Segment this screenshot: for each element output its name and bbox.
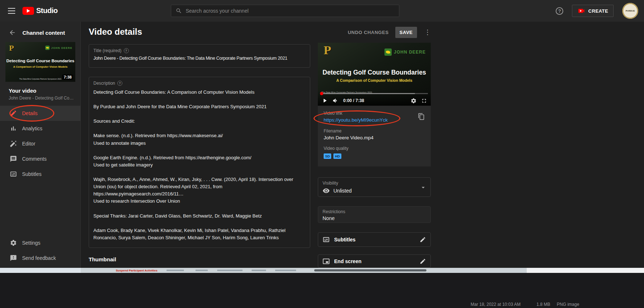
chevron-down-icon[interactable] <box>420 184 427 191</box>
hamburger-menu-icon[interactable] <box>8 8 15 16</box>
video-player[interactable]: P JOHN DEERE Detecting Golf Course Bound… <box>318 43 431 106</box>
video-link[interactable]: https://youtu.be/yMI9ecunYck <box>324 117 388 123</box>
strip-fragment <box>252 270 266 271</box>
video-thumbnail: P JOHN DEERE Detecting Golf Course Bound… <box>5 42 75 82</box>
edit-end-screen-icon[interactable] <box>420 258 426 265</box>
description-paragraph: Adam Cook, Brady Kane, Vivek Khanolkar, … <box>93 227 306 241</box>
back-to-channel-content[interactable]: Channel content <box>0 22 80 41</box>
restrictions-field[interactable]: Restrictions None <box>318 206 431 223</box>
create-button[interactable]: CREATE <box>572 5 614 17</box>
camcorder-icon <box>577 7 585 15</box>
sidebar-item-label: Comments <box>22 156 47 162</box>
player-settings-icon[interactable] <box>411 98 417 104</box>
strip-left-fragment <box>0 268 81 273</box>
visibility-value: Unlisted <box>333 188 352 194</box>
studio-wordmark: Studio <box>36 7 58 15</box>
description-paragraph: By Purdue and John Deere for the Data Mi… <box>93 103 306 110</box>
sidebar-item-analytics[interactable]: Analytics <box>0 121 80 136</box>
sidebar-item-label: Analytics <box>22 126 42 131</box>
title-value[interactable]: John Deere - Detecting Golf Course Bound… <box>93 56 306 61</box>
topbar-right-cluster: ? CREATE PURDUE <box>556 0 638 22</box>
end-screen-card[interactable]: End screen <box>318 254 431 268</box>
play-icon[interactable] <box>321 97 328 104</box>
sidebar-item-settings[interactable]: Settings <box>0 235 80 250</box>
sidebar-item-label: Send feedback <box>22 255 56 261</box>
gear-icon <box>10 239 17 246</box>
video-sidebar: Channel content P JOHN DEERE Detecting G… <box>0 22 81 268</box>
page-title: Video details <box>89 27 142 37</box>
channel-avatar[interactable]: PURDUE <box>622 3 638 19</box>
background-red-text: Suspend Participant Activities <box>116 269 157 272</box>
create-label: CREATE <box>588 8 608 14</box>
description-paragraph: Sources and Credit: <box>93 118 306 125</box>
description-paragraph: Make sense. (n.d.). Retrieved from https… <box>93 132 306 147</box>
end-screen-card-label: End screen <box>334 258 361 264</box>
sidebar-item-send-feedback[interactable]: Send feedback <box>0 250 80 266</box>
sidebar-item-editor[interactable]: Editor <box>0 136 80 151</box>
copy-icon[interactable] <box>418 113 425 120</box>
undo-changes-button[interactable]: UNDO CHANGES <box>348 30 389 35</box>
subtitles-card[interactable]: Subtitles <box>318 232 431 247</box>
video-quality-label: Video quality <box>324 146 425 151</box>
strip-fragment <box>167 270 184 271</box>
sidebar-item-label: Settings <box>22 240 41 246</box>
pencil-icon <box>10 110 17 117</box>
visibility-label: Visibility <box>323 181 426 186</box>
visibility-dropdown[interactable]: Visibility Unlisted <box>318 177 431 197</box>
progress-bar[interactable] <box>321 93 428 94</box>
john-deere-wordmark: JOHN DEERE <box>51 46 72 50</box>
channel-search[interactable] <box>171 5 399 17</box>
horizontal-scrollbar[interactable] <box>314 269 426 271</box>
strip-fragment <box>195 270 208 271</box>
john-deere-logo: JOHN DEERE <box>45 46 72 50</box>
sidebar-item-details[interactable]: Details <box>0 106 80 121</box>
youtube-studio-logo[interactable]: Studio <box>22 7 58 15</box>
description-paragraph: Wajih, Rosebrock, A., Anne, Ahmed, W., K… <box>93 176 306 205</box>
filename-label: Filename <box>324 128 425 134</box>
file-type: PNG image <box>557 302 579 307</box>
description-paragraph: Special Thanks: Jarai Carter, David Glas… <box>93 212 306 220</box>
sidebar-item-comments[interactable]: Comments <box>0 151 80 166</box>
file-date: Mar 18, 2022 at 10:03 AM <box>471 302 521 307</box>
filename-value: John Deere Video.mp4 <box>324 135 425 140</box>
search-input[interactable] <box>186 8 395 14</box>
top-app-bar: Studio ? CREATE PURDUE <box>0 0 644 22</box>
title-label: Title (required) <box>93 48 122 53</box>
help-icon[interactable]: ? <box>556 7 563 15</box>
restrictions-label: Restrictions <box>323 209 426 214</box>
description-value[interactable]: Detecting Golf Course Boundaries: A Comp… <box>93 89 306 241</box>
sidebar-item-subtitles[interactable]: Subtitles <box>0 166 80 182</box>
volume-icon[interactable] <box>332 97 339 104</box>
thumbnail-section-label: Thumbnail <box>89 256 116 262</box>
edit-subtitles-icon[interactable] <box>420 236 426 243</box>
sidebar-item-label: Editor <box>22 141 35 147</box>
deere-emblem-icon <box>45 46 50 50</box>
title-help-icon[interactable]: ? <box>124 48 129 53</box>
strip-fragment <box>217 270 243 271</box>
back-arrow-icon <box>9 29 16 36</box>
subtitles-icon <box>323 236 330 243</box>
title-field[interactable]: Title (required) ? John Deere - Detectin… <box>89 44 310 68</box>
save-button[interactable]: SAVE <box>395 27 417 38</box>
youtube-play-icon <box>22 7 34 15</box>
background-window-strip: Suspend Participant Activities <box>0 268 644 273</box>
subtitles-icon <box>10 170 17 178</box>
description-paragraph: Google Earth Engine. (n.d.). Retrieved f… <box>93 154 306 169</box>
description-paragraph: Detecting Golf Course Boundaries: A Comp… <box>93 89 306 96</box>
time-display: 0:00 / 7:38 <box>343 98 364 103</box>
more-options-icon[interactable]: ⋮ <box>424 28 432 36</box>
description-field[interactable]: Description ? Detecting Golf Course Boun… <box>89 77 310 248</box>
youtube-studio-window: Studio ? CREATE PURDUE Channel content <box>0 0 644 268</box>
channel-content-label: Channel content <box>22 30 65 36</box>
avatar-text: PURDUE <box>626 10 635 12</box>
eye-icon <box>323 187 330 194</box>
restrictions-value: None <box>323 215 426 221</box>
video-link-label: Video link <box>324 111 425 116</box>
sidebar-item-label: Details <box>22 110 38 116</box>
fullscreen-icon[interactable] <box>421 98 427 104</box>
thumbnail-title: Detecting Golf Course Boundaries <box>5 59 75 63</box>
deere-emblem-icon <box>384 48 392 56</box>
player-thumbnail-title: Detecting Golf Course Boundaries <box>318 69 431 76</box>
player-controls: 0:00 / 7:38 <box>318 91 431 106</box>
description-help-icon[interactable]: ? <box>117 81 122 86</box>
